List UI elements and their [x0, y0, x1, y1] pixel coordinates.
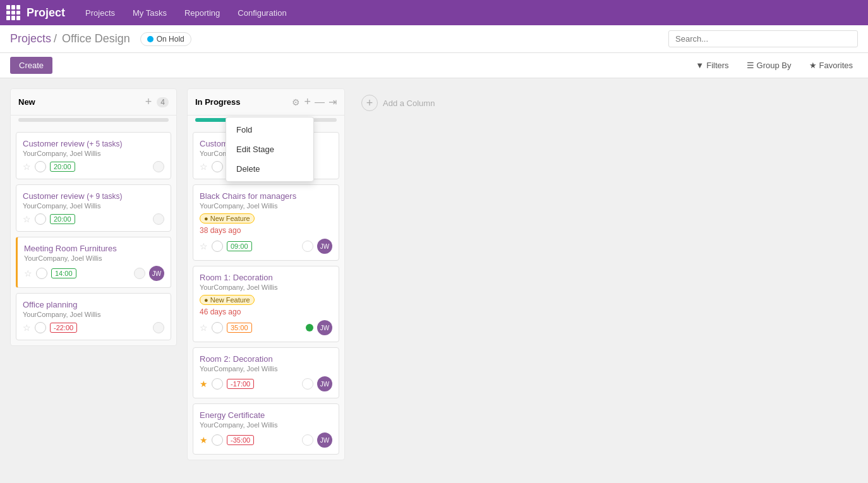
filters-button[interactable]: ▼ Filters — [690, 58, 733, 73]
avatar-circle — [134, 268, 145, 279]
app-grid-icon[interactable] — [6, 5, 21, 20]
groupby-icon: ☰ — [747, 61, 754, 70]
circle-button[interactable] — [212, 378, 223, 390]
gear-icon[interactable]: ⚙ — [292, 97, 300, 107]
star-icon[interactable]: ☆ — [24, 268, 32, 278]
avatar-circle — [302, 241, 313, 252]
add-column[interactable]: + Add a Column — [355, 88, 481, 117]
column-new-add[interactable]: + — [144, 95, 154, 109]
card-title: Energy Certificate — [200, 410, 332, 420]
favorites-label: Favorites — [819, 61, 853, 70]
avatar-circle — [302, 378, 313, 390]
card-title-link[interactable]: Energy Certificate — [200, 410, 265, 420]
card-age: 46 days ago — [200, 307, 332, 316]
expand-icon[interactable]: ⇥ — [329, 96, 337, 108]
star-icon[interactable]: ☆ — [23, 323, 31, 333]
circle-button[interactable] — [212, 322, 223, 333]
time-badge: -17:00 — [227, 379, 254, 389]
dropdown-fold[interactable]: Fold — [226, 120, 313, 140]
groupby-button[interactable]: ☰ Group By — [742, 58, 797, 73]
kanban-board: New + 4 Customer review (+ 5 tasks) Your… — [0, 78, 868, 479]
time-badge: 20:00 — [50, 162, 75, 172]
card-title-link[interactable]: Customer review — [23, 139, 85, 148]
avatar-circle — [302, 434, 313, 446]
green-status-dot — [306, 324, 313, 331]
card-room2-decoration[interactable]: Room 2: Decoration YourCompany, Joel Wil… — [193, 347, 339, 398]
star-icon[interactable]: ☆ — [200, 162, 208, 172]
card-title: Room 1: Decoration — [200, 273, 332, 282]
status-badge[interactable]: On Hold — [140, 32, 191, 46]
time-badge: 35:00 — [227, 323, 252, 333]
card-customer-review-1[interactable]: Customer review (+ 5 tasks) YourCompany,… — [16, 132, 171, 179]
star-icon[interactable]: ★ — [200, 379, 208, 389]
dropdown-edit-stage[interactable]: Edit Stage — [226, 140, 313, 159]
nav-projects[interactable]: Projects — [78, 6, 123, 20]
card-customer-review-2[interactable]: Customer review (+ 9 tasks) YourCompany,… — [16, 184, 171, 232]
star-icon[interactable]: ★ — [200, 435, 208, 445]
context-dropdown: Fold Edit Stage Delete — [226, 117, 314, 182]
status-dot — [147, 36, 154, 42]
circle-button[interactable] — [35, 161, 46, 172]
card-footer: ☆ 09:00 JW — [200, 239, 332, 254]
avatar-placeholder — [153, 161, 164, 172]
star-icon[interactable]: ☆ — [23, 162, 31, 172]
star-icon[interactable]: ☆ — [200, 241, 208, 251]
create-button[interactable]: Create — [10, 57, 52, 74]
card-age: 38 days ago — [200, 226, 332, 235]
column-new: New + 4 Customer review (+ 5 tasks) Your… — [10, 88, 177, 346]
dropdown-delete[interactable]: Delete — [226, 159, 313, 179]
breadcrumb-separator: / — [54, 32, 57, 45]
avatar: JW — [317, 432, 332, 448]
card-footer: ☆ -22:00 — [23, 322, 164, 333]
circle-button[interactable] — [36, 268, 47, 279]
column-new-cards: Customer review (+ 5 tasks) YourCompany,… — [11, 127, 176, 345]
card-title: Room 2: Decoration — [200, 354, 332, 364]
time-badge: -22:00 — [50, 323, 77, 333]
column-new-progress-bar — [18, 118, 169, 122]
card-subtitle: YourCompany, Joel Willis — [200, 421, 332, 429]
card-title-link[interactable]: Office planning — [23, 300, 78, 309]
star-icon[interactable]: ☆ — [200, 323, 208, 333]
circle-button[interactable] — [212, 434, 223, 446]
column-new-header: New + 4 — [11, 89, 176, 116]
star-icon[interactable]: ☆ — [23, 214, 31, 224]
column-new-progress-wrap — [11, 116, 176, 127]
card-meeting-room[interactable]: Meeting Room Furnitures YourCompany, Joe… — [16, 237, 171, 288]
add-column-label: Add a Column — [383, 98, 435, 108]
avatar-placeholder — [153, 322, 164, 333]
star-icon: ★ — [809, 61, 817, 70]
card-office-planning[interactable]: Office planning YourCompany, Joel Willis… — [16, 293, 171, 340]
card-subtitle: YourCompany, Joel Willis — [24, 254, 164, 262]
card-title-link[interactable]: Meeting Room Furnitures — [24, 244, 117, 253]
card-room1-decoration[interactable]: Room 1: Decoration YourCompany, Joel Wil… — [193, 266, 339, 342]
card-title-link[interactable]: Black Chairs for managers — [200, 191, 296, 201]
nav-reporting[interactable]: Reporting — [177, 6, 227, 20]
favorites-button[interactable]: ★ Favorites — [804, 58, 858, 73]
card-tag: ● New Feature — [200, 213, 255, 224]
breadcrumb-parent[interactable]: Projects — [10, 32, 51, 45]
search-input[interactable] — [668, 30, 858, 47]
card-energy-certificate[interactable]: Energy Certificate YourCompany, Joel Wil… — [193, 403, 339, 455]
card-subtitle: YourCompany, Joel Willis — [23, 311, 164, 318]
card-title-link[interactable]: Customer review — [23, 191, 85, 201]
card-subtitle: YourCompany, Joel Willis — [200, 365, 332, 373]
circle-button[interactable] — [212, 161, 223, 172]
column-inprogress: In Progress ⚙ + — ⇥ Fold Edit Stage Dele… — [187, 88, 345, 460]
circle-button[interactable] — [212, 241, 223, 252]
column-new-count: 4 — [157, 97, 169, 107]
nav-my-tasks[interactable]: My Tasks — [125, 6, 174, 20]
time-badge: 20:00 — [50, 214, 75, 224]
nav-configuration[interactable]: Configuration — [230, 6, 294, 20]
card-title: Customer review (+ 5 tasks) — [23, 139, 164, 148]
card-black-chairs[interactable]: Black Chairs for managers YourCompany, J… — [193, 184, 339, 261]
circle-button[interactable] — [35, 322, 46, 333]
collapse-icon[interactable]: — — [315, 97, 325, 108]
avatar: JW — [317, 320, 332, 335]
circle-button[interactable] — [35, 213, 46, 225]
card-title-link[interactable]: Room 2: Decoration — [200, 354, 273, 364]
card-footer: ☆ 20:00 — [23, 161, 164, 172]
card-extra: (+ 5 tasks) — [87, 140, 122, 148]
card-title-link[interactable]: Room 1: Decoration — [200, 273, 273, 282]
column-inprogress-header: In Progress ⚙ + — ⇥ — [188, 89, 344, 116]
add-task-icon[interactable]: + — [304, 95, 311, 109]
